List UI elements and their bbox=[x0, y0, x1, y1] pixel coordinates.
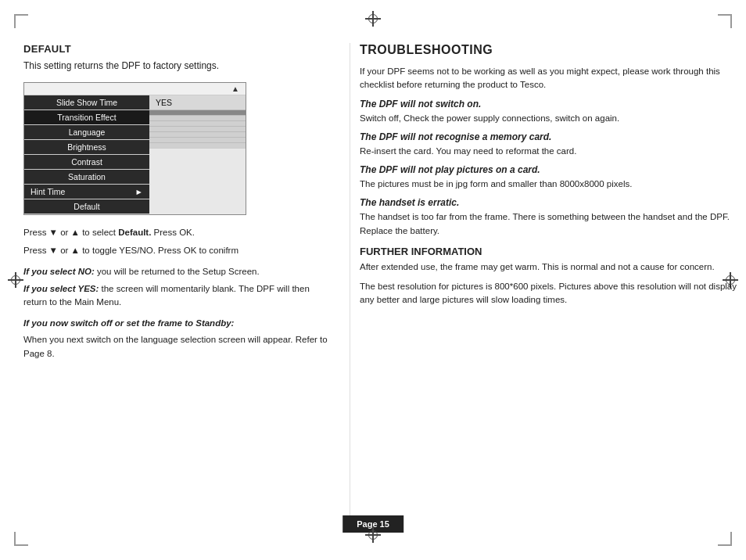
right-column: TROUBLESHOOTING If your DPF seems not to… bbox=[360, 43, 738, 314]
issue-2-text: Re-insert the card. You may need to refo… bbox=[360, 145, 738, 158]
menu-body: Slide Show Time Transition Effect Langua… bbox=[24, 95, 246, 214]
menu-item-language: Language bbox=[24, 125, 149, 140]
menu-item-brightness: Brightness bbox=[24, 140, 149, 155]
default-intro: This setting returns the DPF to factory … bbox=[23, 59, 328, 73]
if-yes-label: If you select YES: the screen will momen… bbox=[23, 282, 328, 310]
instruction-1: Press ▼ or ▲ to select Default. Press OK… bbox=[23, 226, 328, 239]
corner-mark-tr bbox=[718, 14, 732, 28]
menu-item-transition: Transition Effect bbox=[24, 110, 149, 125]
menu-value-6 bbox=[149, 132, 246, 138]
issue-3: The DPF will not play pictures on a card… bbox=[360, 164, 738, 191]
issue-4-heading: The handset is erratic. bbox=[360, 197, 738, 208]
menu-item-default: Default bbox=[24, 199, 149, 214]
further-info-p1: After extended use, the frame may get wa… bbox=[360, 260, 738, 274]
issue-1-heading: The DPF will not switch on. bbox=[360, 99, 738, 109]
top-crosshair bbox=[365, 11, 381, 27]
left-crosshair bbox=[8, 272, 23, 288]
menu-item-hinttime: Hint Time► bbox=[24, 185, 149, 199]
instruction-2: Press ▼ or ▲ to toggle YES/NO. Press OK … bbox=[23, 244, 328, 257]
if-no-label: If you select NO: you will be returned t… bbox=[23, 265, 328, 278]
corner-mark-tl bbox=[14, 14, 28, 28]
column-divider bbox=[350, 43, 350, 529]
menu-value-5 bbox=[149, 127, 246, 132]
further-info-heading: FURTHER INFORMATION bbox=[360, 246, 738, 257]
menu-ui: ▲ Slide Show Time Transition Effect Lang… bbox=[23, 82, 246, 215]
standby-heading: If you now switch off or set the frame t… bbox=[23, 317, 328, 330]
issue-2-heading: The DPF will not recognise a memory card… bbox=[360, 131, 738, 142]
issue-4: The handset is erratic. The handset is t… bbox=[360, 197, 738, 238]
default-heading: DEFAULT bbox=[23, 43, 328, 55]
menu-value-7 bbox=[149, 138, 246, 143]
menu-up-arrow: ▲ bbox=[24, 83, 246, 95]
issue-3-text: The pictures must be in jpg form and sma… bbox=[360, 178, 738, 191]
menu-left-panel: Slide Show Time Transition Effect Langua… bbox=[24, 95, 149, 214]
corner-mark-bl bbox=[14, 532, 28, 546]
menu-right-panel: YES bbox=[149, 95, 246, 214]
menu-item-saturation: Saturation bbox=[24, 170, 149, 185]
issue-3-heading: The DPF will not play pictures on a card… bbox=[360, 164, 738, 175]
standby-text: When you next switch on the language sel… bbox=[23, 333, 328, 361]
issue-1: The DPF will not switch on. Switch off, … bbox=[360, 99, 738, 125]
menu-value-4 bbox=[149, 121, 246, 127]
troubleshooting-intro: If your DPF seems not to be working as w… bbox=[360, 65, 738, 92]
issue-1-text: Switch off, Check the power supply conne… bbox=[360, 112, 738, 125]
menu-value-no bbox=[149, 110, 246, 116]
menu-item-contrast: Contrast bbox=[24, 155, 149, 170]
menu-value-3 bbox=[149, 116, 246, 121]
further-info-p2: The best resolution for pictures is 800*… bbox=[360, 280, 738, 307]
issue-2: The DPF will not recognise a memory card… bbox=[360, 131, 738, 158]
corner-mark-br bbox=[718, 532, 732, 546]
left-column: DEFAULT This setting returns the DPF to … bbox=[23, 43, 328, 365]
bottom-crosshair bbox=[365, 527, 381, 543]
issue-4-text: The handset is too far from the frame. T… bbox=[360, 210, 738, 238]
menu-value-yes: YES bbox=[149, 95, 246, 110]
menu-item-slideshow: Slide Show Time bbox=[24, 95, 149, 110]
menu-value-8 bbox=[149, 143, 246, 149]
troubleshooting-heading: TROUBLESHOOTING bbox=[360, 43, 738, 57]
